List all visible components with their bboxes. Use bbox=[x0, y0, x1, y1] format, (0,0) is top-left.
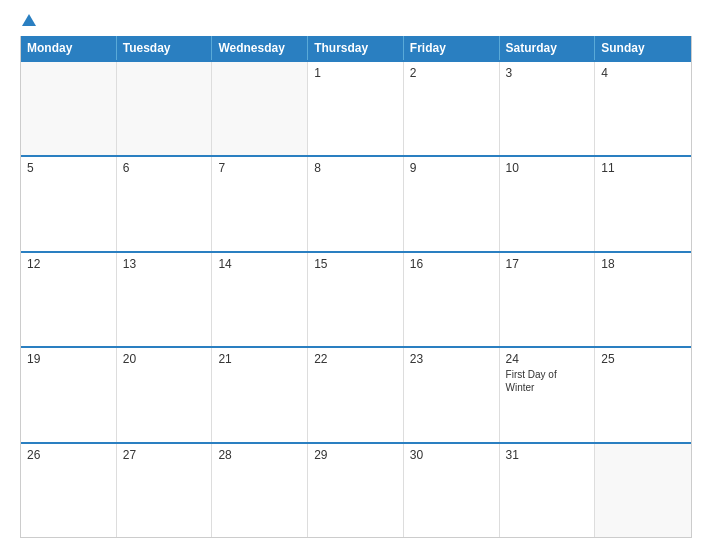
weekday-header-thursday: Thursday bbox=[308, 36, 404, 60]
day-number: 5 bbox=[27, 161, 110, 175]
logo bbox=[20, 18, 36, 26]
day-number: 29 bbox=[314, 448, 397, 462]
calendar-week-1: 1234 bbox=[21, 60, 691, 155]
calendar-cell: 2 bbox=[404, 62, 500, 155]
calendar-cell: 7 bbox=[212, 157, 308, 250]
day-number: 8 bbox=[314, 161, 397, 175]
weekday-header-wednesday: Wednesday bbox=[212, 36, 308, 60]
calendar-cell: 18 bbox=[595, 253, 691, 346]
day-number: 10 bbox=[506, 161, 589, 175]
day-number: 18 bbox=[601, 257, 685, 271]
logo-triangle-icon bbox=[22, 14, 36, 26]
calendar-grid: MondayTuesdayWednesdayThursdayFridaySatu… bbox=[20, 36, 692, 538]
day-number: 31 bbox=[506, 448, 589, 462]
day-number: 13 bbox=[123, 257, 206, 271]
day-number: 1 bbox=[314, 66, 397, 80]
calendar-cell: 28 bbox=[212, 444, 308, 537]
calendar-cell: 12 bbox=[21, 253, 117, 346]
day-number: 30 bbox=[410, 448, 493, 462]
calendar-event: First Day of Winter bbox=[506, 368, 589, 394]
day-number: 3 bbox=[506, 66, 589, 80]
day-number: 9 bbox=[410, 161, 493, 175]
calendar-week-3: 12131415161718 bbox=[21, 251, 691, 346]
day-number: 24 bbox=[506, 352, 589, 366]
calendar-cell: 5 bbox=[21, 157, 117, 250]
day-number: 20 bbox=[123, 352, 206, 366]
calendar-cell: 23 bbox=[404, 348, 500, 441]
day-number: 22 bbox=[314, 352, 397, 366]
calendar-week-2: 567891011 bbox=[21, 155, 691, 250]
day-number: 28 bbox=[218, 448, 301, 462]
weekday-header-friday: Friday bbox=[404, 36, 500, 60]
day-number: 26 bbox=[27, 448, 110, 462]
calendar-week-5: 262728293031 bbox=[21, 442, 691, 537]
calendar-cell: 9 bbox=[404, 157, 500, 250]
calendar-cell: 4 bbox=[595, 62, 691, 155]
weekday-header-sunday: Sunday bbox=[595, 36, 691, 60]
day-number: 7 bbox=[218, 161, 301, 175]
calendar-cell: 31 bbox=[500, 444, 596, 537]
calendar-cell: 25 bbox=[595, 348, 691, 441]
calendar-cell: 13 bbox=[117, 253, 213, 346]
calendar-cell: 30 bbox=[404, 444, 500, 537]
day-number: 23 bbox=[410, 352, 493, 366]
calendar-page: MondayTuesdayWednesdayThursdayFridaySatu… bbox=[0, 0, 712, 550]
weekday-header-saturday: Saturday bbox=[500, 36, 596, 60]
day-number: 16 bbox=[410, 257, 493, 271]
calendar-cell: 6 bbox=[117, 157, 213, 250]
calendar-week-4: 192021222324First Day of Winter25 bbox=[21, 346, 691, 441]
calendar-cell bbox=[212, 62, 308, 155]
page-header bbox=[20, 18, 692, 26]
day-number: 15 bbox=[314, 257, 397, 271]
calendar-cell: 14 bbox=[212, 253, 308, 346]
calendar-cell: 27 bbox=[117, 444, 213, 537]
day-number: 4 bbox=[601, 66, 685, 80]
day-number: 14 bbox=[218, 257, 301, 271]
calendar-cell: 24First Day of Winter bbox=[500, 348, 596, 441]
day-number: 12 bbox=[27, 257, 110, 271]
day-number: 27 bbox=[123, 448, 206, 462]
day-number: 25 bbox=[601, 352, 685, 366]
calendar-cell bbox=[595, 444, 691, 537]
calendar-body: 123456789101112131415161718192021222324F… bbox=[21, 60, 691, 537]
calendar-cell: 1 bbox=[308, 62, 404, 155]
day-number: 17 bbox=[506, 257, 589, 271]
calendar-cell: 22 bbox=[308, 348, 404, 441]
day-number: 2 bbox=[410, 66, 493, 80]
calendar-cell: 11 bbox=[595, 157, 691, 250]
day-number: 19 bbox=[27, 352, 110, 366]
calendar-cell: 3 bbox=[500, 62, 596, 155]
day-number: 6 bbox=[123, 161, 206, 175]
calendar-header-row: MondayTuesdayWednesdayThursdayFridaySatu… bbox=[21, 36, 691, 60]
calendar-cell: 26 bbox=[21, 444, 117, 537]
day-number: 11 bbox=[601, 161, 685, 175]
calendar-cell: 17 bbox=[500, 253, 596, 346]
calendar-cell: 21 bbox=[212, 348, 308, 441]
calendar-cell: 20 bbox=[117, 348, 213, 441]
calendar-cell bbox=[117, 62, 213, 155]
calendar-cell: 19 bbox=[21, 348, 117, 441]
calendar-cell: 29 bbox=[308, 444, 404, 537]
day-number: 21 bbox=[218, 352, 301, 366]
calendar-cell bbox=[21, 62, 117, 155]
calendar-cell: 15 bbox=[308, 253, 404, 346]
calendar-cell: 8 bbox=[308, 157, 404, 250]
calendar-cell: 16 bbox=[404, 253, 500, 346]
calendar-cell: 10 bbox=[500, 157, 596, 250]
weekday-header-tuesday: Tuesday bbox=[117, 36, 213, 60]
weekday-header-monday: Monday bbox=[21, 36, 117, 60]
